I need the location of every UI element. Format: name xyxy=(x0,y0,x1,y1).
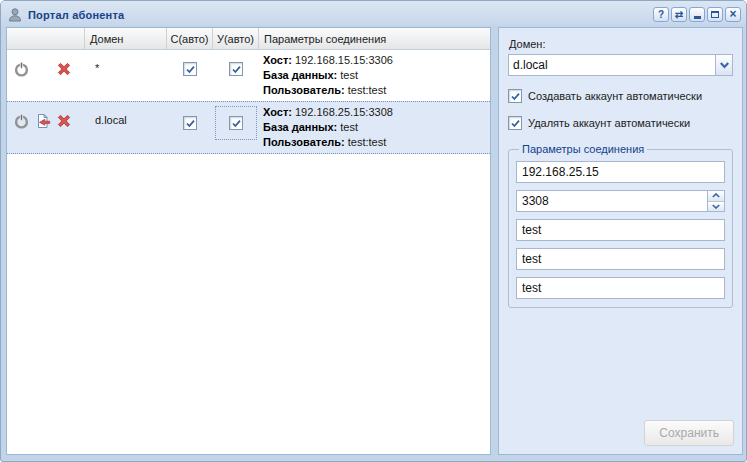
user-label: Пользователь: xyxy=(263,136,345,148)
minimize-icon[interactable] xyxy=(689,7,705,22)
delete-auto-checkbox[interactable] xyxy=(229,62,243,76)
password-field[interactable] xyxy=(516,277,725,299)
header-params[interactable]: Параметры соединения xyxy=(259,28,490,49)
user-value: test:test xyxy=(348,136,387,148)
icon-spacer xyxy=(32,61,53,79)
revert-changes-icon[interactable] xyxy=(32,113,53,131)
delete-auto-cell xyxy=(213,50,259,101)
create-auto-cell xyxy=(167,50,213,101)
create-auto-checkbox[interactable] xyxy=(183,116,197,130)
db-label: База данных: xyxy=(263,69,337,81)
refresh-icon[interactable]: ⇄ xyxy=(671,7,687,22)
user-label: Пользователь: xyxy=(263,84,345,96)
grid-header: Домен С(авто) У(авто) Параметры соединен… xyxy=(7,28,490,50)
db-value: test xyxy=(340,69,358,81)
domain-cell: * xyxy=(85,50,167,101)
host-value: 192.168.15.15:3306 xyxy=(295,54,393,66)
header-delete-auto[interactable]: У(авто) xyxy=(213,28,259,49)
connection-params-legend: Параметры соединения xyxy=(519,143,647,155)
host-label: Хост: xyxy=(263,106,292,118)
host-value: 192.168.25.15:3308 xyxy=(295,106,393,118)
delete-account-auto-row[interactable]: Удалять аккаунт автоматически xyxy=(508,116,733,130)
create-auto-cell xyxy=(167,102,213,153)
help-icon[interactable]: ? xyxy=(653,7,669,22)
user-icon xyxy=(7,7,23,23)
host-label: Хост: xyxy=(263,54,292,66)
connection-params: Хост: 192.168.15.15:3306 База данных: te… xyxy=(259,50,490,101)
chevron-down-icon[interactable] xyxy=(715,55,732,75)
connection-params: Хост: 192.168.25.15:3308 База данных: te… xyxy=(259,102,490,153)
port-spinner xyxy=(707,191,724,211)
user-field[interactable] xyxy=(516,248,725,270)
db-value: test xyxy=(340,121,358,133)
port-stepper xyxy=(516,190,725,212)
focused-cell-outline xyxy=(215,106,257,140)
window-title: Портал абонента xyxy=(28,9,124,21)
domain-label: Домен: xyxy=(509,38,733,50)
delete-icon[interactable] xyxy=(53,61,74,79)
host-field[interactable] xyxy=(516,161,725,183)
row-actions xyxy=(7,102,85,153)
delete-auto-checkbox[interactable] xyxy=(229,116,243,130)
port-field[interactable] xyxy=(516,190,725,212)
table-row[interactable]: d.local Хост: 192.168.25.15:3308 База да… xyxy=(7,101,490,154)
power-icon[interactable] xyxy=(11,61,32,79)
titlebar[interactable]: Портал абонента ? ⇄ × xyxy=(1,1,746,26)
create-account-auto-row[interactable]: Создавать аккаунт автоматически xyxy=(508,89,733,103)
domain-combobox-input[interactable] xyxy=(509,55,715,75)
row-actions xyxy=(7,50,85,101)
user-value: test:test xyxy=(348,84,387,96)
domain-cell: d.local xyxy=(85,102,167,153)
create-account-auto-checkbox[interactable] xyxy=(508,89,522,103)
delete-account-auto-label: Удалять аккаунт автоматически xyxy=(528,117,690,129)
maximize-icon[interactable] xyxy=(707,7,723,22)
power-icon[interactable] xyxy=(11,113,32,131)
create-auto-checkbox[interactable] xyxy=(183,62,197,76)
db-label: База данных: xyxy=(263,121,337,133)
create-account-auto-label: Создавать аккаунт автоматически xyxy=(528,90,702,102)
connection-params-fieldset: Параметры соединения xyxy=(508,143,733,308)
delete-account-auto-checkbox[interactable] xyxy=(508,116,522,130)
portal-window: Портал абонента ? ⇄ × Домен С(авто) У(ав… xyxy=(0,0,747,462)
domain-form: Домен: Создавать аккаунт автоматически У… xyxy=(498,27,743,455)
header-create-auto[interactable]: С(авто) xyxy=(167,28,213,49)
window-tools: ? ⇄ × xyxy=(653,7,741,22)
database-field[interactable] xyxy=(516,219,725,241)
delete-auto-cell xyxy=(213,102,259,153)
spinner-down-icon[interactable] xyxy=(708,202,724,212)
header-actions[interactable] xyxy=(7,28,85,49)
delete-icon[interactable] xyxy=(53,113,74,131)
header-domain[interactable]: Домен xyxy=(85,28,167,49)
close-icon[interactable]: × xyxy=(725,7,741,22)
spinner-up-icon[interactable] xyxy=(708,191,724,202)
save-button[interactable]: Сохранить xyxy=(644,420,734,446)
table-row[interactable]: * Хост: 192.168.15.15:3306 База данных: … xyxy=(7,50,490,101)
domain-combobox xyxy=(508,54,733,76)
domains-grid: Домен С(авто) У(авто) Параметры соединен… xyxy=(6,27,491,455)
